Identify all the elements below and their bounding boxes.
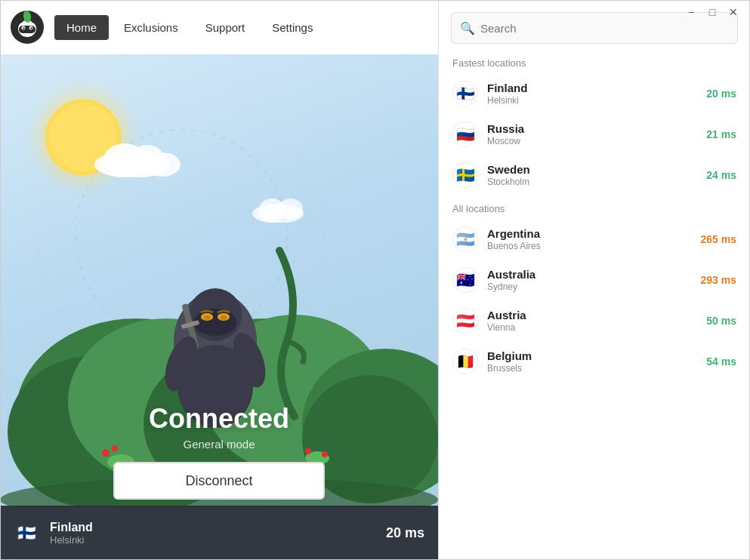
maximize-button[interactable]: □ (702, 4, 723, 20)
svg-point-34 (203, 315, 211, 321)
location-country: Argentina (487, 227, 692, 240)
titlebar: − □ ✕ (0, 0, 750, 24)
bottom-flag: 🇫🇮 (14, 520, 39, 546)
svg-point-35 (220, 315, 227, 321)
bottom-latency: 20 ms (386, 525, 424, 541)
location-latency: 293 ms (701, 274, 736, 286)
fastest-location-item[interactable]: 🇷🇺 Russia Moscow 21 ms (439, 114, 750, 155)
location-info: Sweden Stockholm (487, 163, 697, 187)
location-info: Russia Moscow (487, 122, 697, 146)
location-city: Buenos Aires (487, 241, 692, 251)
all-location-item[interactable]: 🇦🇹 Austria Vienna 50 ms (439, 300, 750, 341)
cloud-icon-1 (91, 136, 189, 177)
location-list: Fastest locations 🇫🇮 Finland Helsinki 20… (439, 50, 750, 560)
fastest-location-item[interactable]: 🇸🇪 Sweden Stockholm 24 ms (439, 155, 750, 195)
svg-point-31 (194, 309, 236, 336)
location-city: Helsinki (487, 95, 697, 106)
location-info: Australia Sydney (487, 268, 692, 292)
fastest-location-item[interactable]: 🇫🇮 Finland Helsinki 20 ms (439, 73, 750, 114)
location-info: Austria Vienna (487, 309, 697, 333)
svg-point-6 (30, 27, 32, 29)
all-location-item[interactable]: 🇦🇺 Australia Sydney 293 ms (439, 260, 750, 300)
svg-point-46 (322, 451, 328, 457)
disconnect-button[interactable]: Disconnect (113, 462, 325, 500)
all-locations-label: All locations (439, 195, 750, 219)
location-flag: 🇦🇷 (452, 226, 478, 252)
location-country: Finland (487, 82, 697, 94)
bottom-country: Finland (50, 521, 375, 534)
location-latency: 24 ms (706, 169, 736, 181)
location-flag: 🇷🇺 (452, 122, 478, 147)
connection-status: Connected (0, 403, 438, 435)
location-city: Stockholm (487, 177, 697, 187)
bottom-city: Helsinki (50, 534, 375, 546)
location-country: Australia (487, 268, 692, 281)
location-latency: 265 ms (701, 233, 736, 245)
location-latency: 50 ms (706, 315, 736, 327)
svg-point-5 (23, 27, 24, 29)
location-info: Finland Helsinki (487, 82, 697, 106)
location-country: Sweden (487, 163, 697, 176)
minimize-button[interactable]: − (681, 4, 702, 20)
location-city: Vienna (487, 322, 697, 333)
svg-point-15 (144, 152, 181, 177)
all-location-item[interactable]: 🇧🇪 Belgium Brussels 54 ms (439, 341, 750, 382)
location-latency: 54 ms (706, 355, 736, 368)
bottom-status-bar: 🇫🇮 Finland Helsinki 20 ms (0, 506, 438, 560)
location-country: Russia (487, 122, 697, 135)
bottom-location-info: Finland Helsinki (50, 521, 375, 546)
location-info: Belgium Brussels (487, 349, 697, 374)
status-area: Connected General mode (0, 403, 438, 451)
location-flag: 🇸🇪 (452, 162, 478, 188)
right-panel: 🔍 Fastest locations 🇫🇮 Finland Helsinki … (438, 0, 750, 560)
ninja-bush-illustration (0, 183, 438, 507)
location-flag: 🇦🇺 (452, 267, 478, 293)
svg-rect-2 (19, 26, 35, 33)
location-flag: 🇫🇮 (452, 81, 478, 106)
location-city: Sydney (487, 282, 692, 292)
left-panel: Connected General mode Disconnect 🇫🇮 Fin… (0, 54, 438, 560)
location-city: Brussels (487, 363, 697, 374)
close-button[interactable]: ✕ (723, 4, 744, 20)
fastest-locations-label: Fastest locations (439, 50, 750, 73)
location-flag: 🇦🇹 (452, 308, 478, 334)
all-location-item[interactable]: 🇦🇷 Argentina Buenos Aires 265 ms (439, 219, 750, 260)
location-latency: 20 ms (706, 88, 736, 100)
location-info: Argentina Buenos Aires (487, 227, 692, 251)
location-country: Austria (487, 309, 697, 322)
location-latency: 21 ms (706, 128, 736, 140)
connection-mode: General mode (0, 438, 438, 451)
location-city: Moscow (487, 136, 697, 146)
location-flag: 🇧🇪 (452, 349, 478, 374)
location-country: Belgium (487, 349, 697, 362)
